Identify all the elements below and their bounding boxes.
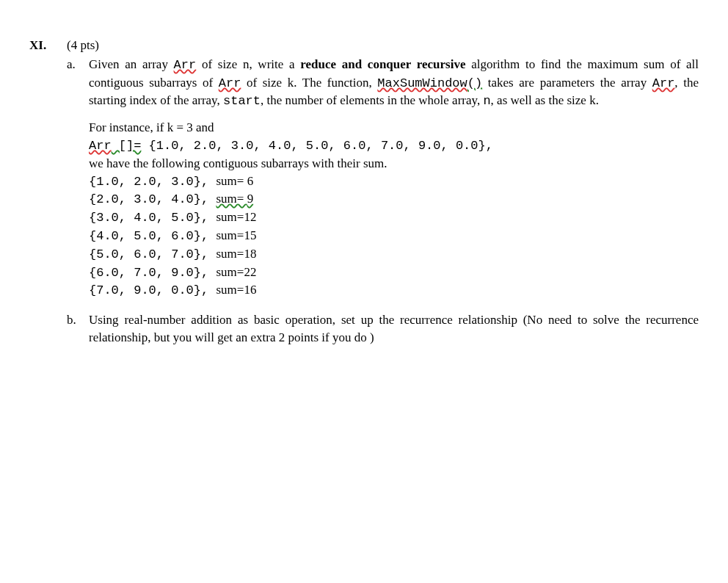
separator: ,	[201, 247, 216, 261]
code-arr: Arr	[89, 139, 112, 153]
example-block: For instance, if k = 3 and Arr []= {1.0,…	[89, 119, 699, 300]
subarray-values: {7.0, 9.0, 0.0}	[89, 283, 201, 297]
subarray-line: {6.0, 7.0, 9.0}, sum=22	[89, 264, 699, 282]
code-arr: Arr	[652, 76, 675, 90]
subpart-b-marker: b.	[67, 311, 79, 347]
sum-value: 9	[247, 192, 254, 206]
sum-label: sum=	[216, 228, 244, 242]
subarray-line: {7.0, 9.0, 0.0}, sum=16	[89, 281, 699, 300]
example-following: we have the following contiguous subarra…	[89, 155, 699, 173]
question-body: (4 pts) a. Given an array Arr of size n,…	[67, 37, 699, 358]
subarray-values: {6.0, 7.0, 9.0}	[89, 266, 201, 280]
question-container: XI. (4 pts) a. Given an array Arr of siz…	[29, 37, 699, 358]
separator: ,	[201, 211, 216, 225]
code-arr: Arr	[219, 76, 241, 90]
paragraph-a: Given an array Arr of size n, write a re…	[89, 56, 699, 110]
text: of size k. The function,	[241, 76, 377, 90]
example-intro: For instance, if k = 3 and	[89, 119, 699, 137]
sum-value: 15	[244, 228, 256, 242]
subarray-values: {5.0, 6.0, 7.0}	[89, 247, 201, 261]
text: of size n, write a	[196, 57, 300, 71]
separator: ,	[201, 192, 216, 206]
sum-value: 16	[244, 283, 256, 297]
subarray-line: {4.0, 5.0, 6.0}, sum=15	[89, 227, 699, 245]
subarray-line: {2.0, 3.0, 4.0}, sum= 9	[89, 190, 699, 209]
text: , as well as the size k.	[491, 93, 599, 107]
text: Given an array	[89, 57, 174, 71]
separator: ,	[201, 175, 216, 189]
sum-label: sum=	[216, 283, 244, 297]
subpart-b-content: Using real-number addition as basic oper…	[89, 311, 699, 347]
subarray-values: {1.0, 2.0, 3.0}	[89, 175, 201, 189]
sum-label: sum=	[216, 265, 244, 279]
code-eq: []=	[112, 139, 142, 153]
sum-label: sum=	[216, 247, 244, 261]
code-func: MaxSumWindow	[377, 76, 467, 90]
subarray-line: {5.0, 6.0, 7.0}, sum=18	[89, 245, 699, 264]
code-paren: ()	[467, 76, 482, 90]
subpart-a: a. Given an array Arr of size n, write a…	[67, 56, 699, 300]
subarray-values: {4.0, 5.0, 6.0}	[89, 229, 201, 243]
code-n: n	[483, 94, 490, 108]
text: , the number of elements in the whole ar…	[261, 93, 483, 107]
subarray-values: {2.0, 3.0, 4.0}	[89, 192, 201, 206]
subparts-list: a. Given an array Arr of size n, write a…	[67, 56, 699, 347]
code-arr: Arr	[174, 58, 197, 72]
separator: ,	[201, 266, 216, 280]
subarray-values: {3.0, 4.0, 5.0}	[89, 211, 201, 225]
sum-value: 6	[247, 174, 254, 188]
sum-label: sum=	[216, 210, 244, 224]
subarray-list: {1.0, 2.0, 3.0}, sum= 6{2.0, 3.0, 4.0}, …	[89, 173, 699, 300]
code-start: start	[223, 94, 261, 108]
subarray-line: {3.0, 4.0, 5.0}, sum=12	[89, 209, 699, 227]
subpart-a-content: Given an array Arr of size n, write a re…	[89, 56, 699, 300]
sum-label: sum=	[216, 174, 247, 188]
points-label: (4 pts)	[67, 37, 699, 54]
bold-text: reduce and conquer recursive	[300, 57, 465, 71]
subarray-line: {1.0, 2.0, 3.0}, sum= 6	[89, 173, 699, 191]
text: takes are parameters the array	[482, 76, 652, 90]
separator: ,	[201, 229, 216, 243]
sum-value: 18	[244, 247, 256, 261]
subpart-a-marker: a.	[67, 56, 79, 300]
sum-value: 22	[244, 265, 256, 279]
sum-label: sum=	[216, 192, 247, 206]
sum-value: 12	[244, 210, 256, 224]
separator: ,	[201, 283, 216, 297]
code-array-values: {1.0, 2.0, 3.0, 4.0, 5.0, 6.0, 7.0, 9.0,…	[141, 139, 492, 153]
array-declaration: Arr []= {1.0, 2.0, 3.0, 4.0, 5.0, 6.0, 7…	[89, 137, 699, 155]
question-number: XI.	[29, 37, 55, 358]
subpart-b: b. Using real-number addition as basic o…	[67, 311, 699, 347]
